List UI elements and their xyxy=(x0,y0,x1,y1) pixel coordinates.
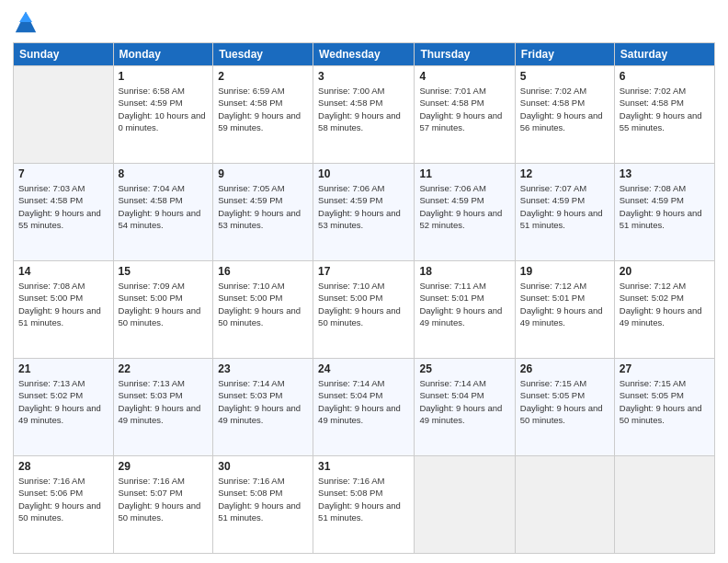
calendar-day-cell: 12 Sunrise: 7:07 AM Sunset: 4:59 PM Dayl… xyxy=(515,164,614,261)
day-info: Sunrise: 7:16 AM Sunset: 5:08 PM Dayligh… xyxy=(218,475,308,523)
day-number: 2 xyxy=(218,70,308,83)
day-number: 1 xyxy=(119,70,209,83)
calendar-day-cell: 25 Sunrise: 7:14 AM Sunset: 5:04 PM Dayl… xyxy=(415,359,515,456)
weekday-header: SundayMondayTuesdayWednesdayThursdayFrid… xyxy=(14,43,715,66)
day-number: 5 xyxy=(520,70,609,83)
day-number: 18 xyxy=(419,265,509,278)
calendar-day-cell: 8 Sunrise: 7:04 AM Sunset: 4:58 PM Dayli… xyxy=(113,164,213,261)
day-number: 15 xyxy=(119,265,209,278)
calendar-day-cell: 26 Sunrise: 7:15 AM Sunset: 5:05 PM Dayl… xyxy=(515,359,614,456)
calendar-day-cell: 15 Sunrise: 7:09 AM Sunset: 5:00 PM Dayl… xyxy=(113,261,213,359)
day-number: 14 xyxy=(18,265,108,278)
day-info: Sunrise: 7:15 AM Sunset: 5:05 PM Dayligh… xyxy=(520,377,609,426)
day-number: 25 xyxy=(419,362,509,375)
calendar-day-cell xyxy=(614,456,714,554)
day-info: Sunrise: 7:14 AM Sunset: 5:03 PM Dayligh… xyxy=(218,377,308,426)
weekday-header-cell: Monday xyxy=(113,43,213,66)
calendar-day-cell: 5 Sunrise: 7:02 AM Sunset: 4:58 PM Dayli… xyxy=(515,66,614,164)
day-info: Sunrise: 7:02 AM Sunset: 4:58 PM Dayligh… xyxy=(520,85,609,133)
calendar-week-row: 14 Sunrise: 7:08 AM Sunset: 5:00 PM Dayl… xyxy=(14,261,715,359)
day-number: 12 xyxy=(520,167,609,180)
calendar-day-cell: 29 Sunrise: 7:16 AM Sunset: 5:07 PM Dayl… xyxy=(113,456,213,554)
calendar-day-cell: 20 Sunrise: 7:12 AM Sunset: 5:02 PM Dayl… xyxy=(614,261,714,359)
day-number: 8 xyxy=(119,167,209,180)
day-info: Sunrise: 7:12 AM Sunset: 5:02 PM Dayligh… xyxy=(620,280,710,328)
logo xyxy=(13,9,42,35)
calendar-week-row: 1 Sunrise: 6:58 AM Sunset: 4:59 PM Dayli… xyxy=(14,66,715,164)
day-number: 16 xyxy=(218,265,308,278)
calendar-day-cell: 23 Sunrise: 7:14 AM Sunset: 5:03 PM Dayl… xyxy=(213,359,313,456)
day-info: Sunrise: 7:14 AM Sunset: 5:04 PM Dayligh… xyxy=(318,377,409,426)
calendar-day-cell: 10 Sunrise: 7:06 AM Sunset: 4:59 PM Dayl… xyxy=(313,164,415,261)
day-info: Sunrise: 7:13 AM Sunset: 5:03 PM Dayligh… xyxy=(119,377,209,426)
svg-marker-1 xyxy=(19,12,32,22)
calendar-week-row: 7 Sunrise: 7:03 AM Sunset: 4:58 PM Dayli… xyxy=(14,164,715,261)
day-number: 20 xyxy=(620,265,710,278)
day-number: 26 xyxy=(520,362,609,375)
calendar-day-cell: 11 Sunrise: 7:06 AM Sunset: 4:59 PM Dayl… xyxy=(415,164,515,261)
day-number: 17 xyxy=(318,265,409,278)
page: SundayMondayTuesdayWednesdayThursdayFrid… xyxy=(0,0,728,563)
day-info: Sunrise: 7:04 AM Sunset: 4:58 PM Dayligh… xyxy=(119,182,209,231)
calendar-table: SundayMondayTuesdayWednesdayThursdayFrid… xyxy=(13,42,715,554)
day-number: 13 xyxy=(620,167,710,180)
weekday-header-cell: Tuesday xyxy=(213,43,313,66)
day-info: Sunrise: 7:16 AM Sunset: 5:06 PM Dayligh… xyxy=(18,475,108,523)
calendar-day-cell: 28 Sunrise: 7:16 AM Sunset: 5:06 PM Dayl… xyxy=(14,456,114,554)
calendar-week-row: 28 Sunrise: 7:16 AM Sunset: 5:06 PM Dayl… xyxy=(14,456,715,554)
day-info: Sunrise: 7:16 AM Sunset: 5:08 PM Dayligh… xyxy=(318,475,409,523)
day-number: 31 xyxy=(318,460,409,473)
calendar-day-cell: 14 Sunrise: 7:08 AM Sunset: 5:00 PM Dayl… xyxy=(14,261,114,359)
weekday-header-cell: Sunday xyxy=(14,43,114,66)
day-number: 4 xyxy=(419,70,509,83)
day-number: 22 xyxy=(119,362,209,375)
day-info: Sunrise: 7:14 AM Sunset: 5:04 PM Dayligh… xyxy=(419,377,509,426)
day-number: 10 xyxy=(318,167,409,180)
calendar-day-cell: 21 Sunrise: 7:13 AM Sunset: 5:02 PM Dayl… xyxy=(14,359,114,456)
calendar-day-cell: 4 Sunrise: 7:01 AM Sunset: 4:58 PM Dayli… xyxy=(415,66,515,164)
calendar-day-cell: 9 Sunrise: 7:05 AM Sunset: 4:59 PM Dayli… xyxy=(213,164,313,261)
day-info: Sunrise: 7:13 AM Sunset: 5:02 PM Dayligh… xyxy=(18,377,108,426)
day-info: Sunrise: 7:16 AM Sunset: 5:07 PM Dayligh… xyxy=(119,475,209,523)
day-info: Sunrise: 7:08 AM Sunset: 5:00 PM Dayligh… xyxy=(18,280,108,328)
day-number: 21 xyxy=(18,362,108,375)
day-number: 11 xyxy=(419,167,509,180)
weekday-header-cell: Wednesday xyxy=(313,43,415,66)
day-info: Sunrise: 6:58 AM Sunset: 4:59 PM Dayligh… xyxy=(119,85,209,133)
day-number: 28 xyxy=(18,460,108,473)
calendar-day-cell xyxy=(515,456,614,554)
calendar-body: 1 Sunrise: 6:58 AM Sunset: 4:59 PM Dayli… xyxy=(14,66,715,554)
day-number: 23 xyxy=(218,362,308,375)
day-info: Sunrise: 7:05 AM Sunset: 4:59 PM Dayligh… xyxy=(218,182,308,231)
calendar-day-cell xyxy=(14,66,114,164)
day-number: 3 xyxy=(318,70,409,83)
day-info: Sunrise: 7:01 AM Sunset: 4:58 PM Dayligh… xyxy=(419,85,509,133)
weekday-header-cell: Friday xyxy=(515,43,614,66)
calendar-day-cell: 18 Sunrise: 7:11 AM Sunset: 5:01 PM Dayl… xyxy=(415,261,515,359)
day-number: 29 xyxy=(119,460,209,473)
calendar-week-row: 21 Sunrise: 7:13 AM Sunset: 5:02 PM Dayl… xyxy=(14,359,715,456)
calendar-day-cell: 30 Sunrise: 7:16 AM Sunset: 5:08 PM Dayl… xyxy=(213,456,313,554)
calendar-day-cell xyxy=(415,456,515,554)
day-number: 7 xyxy=(18,167,108,180)
calendar-day-cell: 2 Sunrise: 6:59 AM Sunset: 4:58 PM Dayli… xyxy=(213,66,313,164)
weekday-header-cell: Thursday xyxy=(415,43,515,66)
weekday-header-cell: Saturday xyxy=(614,43,714,66)
header xyxy=(13,9,715,35)
day-number: 9 xyxy=(218,167,308,180)
calendar-day-cell: 7 Sunrise: 7:03 AM Sunset: 4:58 PM Dayli… xyxy=(14,164,114,261)
calendar-day-cell: 13 Sunrise: 7:08 AM Sunset: 4:59 PM Dayl… xyxy=(614,164,714,261)
day-info: Sunrise: 7:06 AM Sunset: 4:59 PM Dayligh… xyxy=(318,182,409,231)
day-number: 30 xyxy=(218,460,308,473)
calendar-day-cell: 31 Sunrise: 7:16 AM Sunset: 5:08 PM Dayl… xyxy=(313,456,415,554)
day-info: Sunrise: 7:10 AM Sunset: 5:00 PM Dayligh… xyxy=(318,280,409,328)
day-info: Sunrise: 7:12 AM Sunset: 5:01 PM Dayligh… xyxy=(520,280,609,328)
calendar-day-cell: 1 Sunrise: 6:58 AM Sunset: 4:59 PM Dayli… xyxy=(113,66,213,164)
day-info: Sunrise: 7:08 AM Sunset: 4:59 PM Dayligh… xyxy=(620,182,710,231)
day-info: Sunrise: 6:59 AM Sunset: 4:58 PM Dayligh… xyxy=(218,85,308,133)
day-info: Sunrise: 7:00 AM Sunset: 4:58 PM Dayligh… xyxy=(318,85,409,133)
day-number: 19 xyxy=(520,265,609,278)
calendar-day-cell: 17 Sunrise: 7:10 AM Sunset: 5:00 PM Dayl… xyxy=(313,261,415,359)
day-number: 27 xyxy=(620,362,710,375)
day-info: Sunrise: 7:09 AM Sunset: 5:00 PM Dayligh… xyxy=(119,280,209,328)
